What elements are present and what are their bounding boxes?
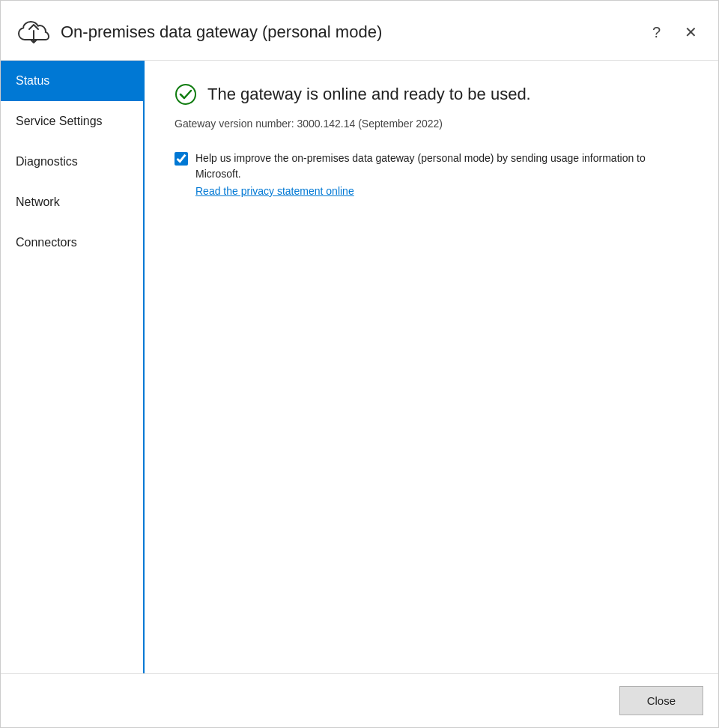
improve-label: Help us improve the on-premises data gat… bbox=[195, 152, 646, 180]
privacy-link[interactable]: Read the privacy statement online bbox=[195, 185, 688, 197]
status-title: The gateway is online and ready to be us… bbox=[207, 85, 531, 104]
sidebar: Status Service Settings Diagnostics Netw… bbox=[1, 61, 145, 673]
sidebar-item-service-settings[interactable]: Service Settings bbox=[1, 101, 143, 142]
improve-checkbox[interactable] bbox=[175, 152, 188, 166]
title-controls: ? ✕ bbox=[646, 22, 703, 43]
sidebar-item-connectors[interactable]: Connectors bbox=[1, 222, 143, 263]
checkbox-text-area: Help us improve the on-premises data gat… bbox=[195, 151, 688, 197]
main-panel: The gateway is online and ready to be us… bbox=[145, 61, 718, 673]
main-window: On-premises data gateway (personal mode)… bbox=[0, 0, 719, 728]
window-title: On-premises data gateway (personal mode) bbox=[61, 22, 382, 42]
sidebar-item-diagnostics[interactable]: Diagnostics bbox=[1, 142, 143, 182]
footer: Close bbox=[1, 673, 718, 727]
window-close-button[interactable]: ✕ bbox=[679, 22, 703, 43]
close-button[interactable]: Close bbox=[619, 686, 703, 715]
improve-checkbox-section: Help us improve the on-premises data gat… bbox=[175, 151, 688, 197]
version-text: Gateway version number: 3000.142.14 (Sep… bbox=[175, 118, 688, 130]
sidebar-item-network[interactable]: Network bbox=[1, 182, 143, 222]
content-area: Status Service Settings Diagnostics Netw… bbox=[1, 61, 718, 673]
cloud-upload-icon bbox=[16, 14, 52, 50]
help-button[interactable]: ? bbox=[646, 22, 667, 43]
title-bar: On-premises data gateway (personal mode)… bbox=[1, 1, 718, 61]
online-status-icon bbox=[175, 83, 197, 106]
svg-point-0 bbox=[176, 85, 195, 104]
status-header: The gateway is online and ready to be us… bbox=[175, 83, 688, 106]
title-left: On-premises data gateway (personal mode) bbox=[16, 14, 382, 50]
sidebar-item-status[interactable]: Status bbox=[1, 61, 143, 101]
